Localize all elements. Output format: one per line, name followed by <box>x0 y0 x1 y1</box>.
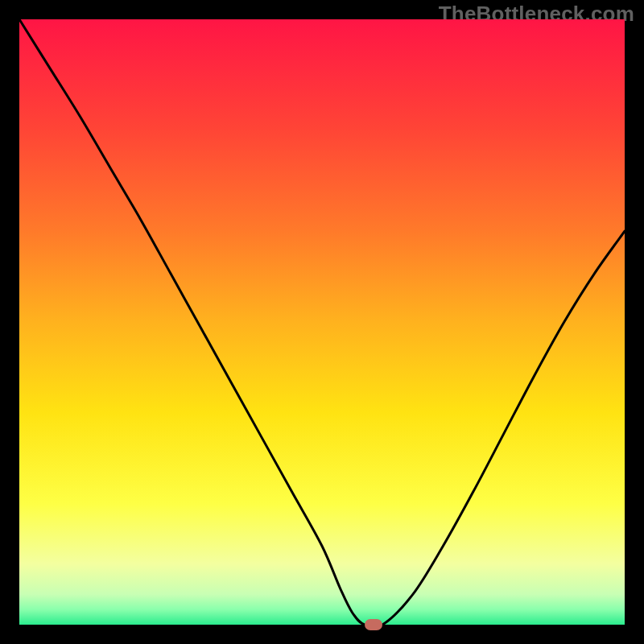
chart-frame: TheBottleneck.com <box>0 0 644 644</box>
optimum-marker <box>365 619 382 630</box>
chart-background <box>19 19 625 625</box>
chart-svg <box>19 19 625 625</box>
plot-area <box>19 19 625 625</box>
